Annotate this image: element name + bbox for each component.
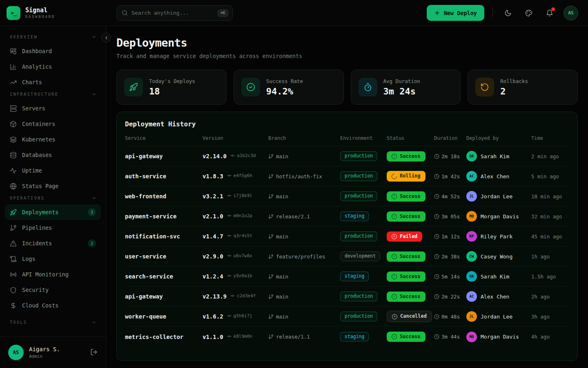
commit-hash: q3r4s5t [234, 233, 252, 238]
section-overview[interactable]: OVERVIEW [0, 33, 106, 41]
git-commit-icon [227, 273, 232, 278]
section-operations[interactable]: OPERATIONS [0, 194, 106, 202]
version-cell: v1.2.4 y9z0a1b [203, 273, 268, 280]
plus-icon [434, 10, 440, 16]
service-name: web-frontend [125, 193, 203, 200]
table-row[interactable]: metrics-collector v1.1.0 k8l9m0n release… [125, 327, 569, 347]
sidebar-item-label: Pipelines [22, 224, 52, 231]
new-deploy-button[interactable]: New Deploy [427, 5, 484, 21]
status-label: Rolling [400, 173, 421, 179]
sidebar-item-uptime[interactable]: Uptime [5, 163, 101, 178]
table-row[interactable]: api-gateway v2.14.0 a1b2c3d main product… [125, 146, 569, 166]
sidebar-item-analytics[interactable]: Analytics [5, 59, 101, 74]
status-badge: Failed [387, 231, 422, 242]
theme-toggle-button[interactable] [501, 6, 515, 20]
git-commit-icon [227, 173, 232, 178]
version: v2.13.9 [203, 293, 227, 300]
deployed-by: MD Morgan Davis [466, 211, 531, 222]
incidents-count-badge: 2 [88, 239, 96, 247]
duration: 5m 14s [434, 274, 466, 280]
sidebar-item-servers[interactable]: Servers [5, 101, 101, 116]
commit: m0n1o2p [227, 213, 252, 218]
clock-icon [434, 174, 439, 179]
moon-icon [504, 9, 512, 17]
status-icon [390, 173, 398, 180]
sidebar-item-charts[interactable]: Charts [5, 74, 101, 90]
chevron-down-icon [91, 320, 97, 325]
sidebar-item-kubernetes[interactable]: Kubernetes [5, 132, 101, 147]
status-badge: Cancelled [387, 311, 432, 322]
appearance-button[interactable] [522, 6, 536, 20]
stat-value: 2 [500, 86, 528, 96]
version: v1.4.7 [203, 233, 223, 240]
table-row[interactable]: worker-queue v1.6.2 g5h6i7j main product… [125, 307, 569, 327]
commit: a1b2c3d [230, 153, 256, 158]
col-time: Time [531, 135, 569, 141]
dashboard-icon [10, 48, 17, 55]
clock-icon [434, 194, 439, 199]
col-branch: Branch [268, 135, 340, 141]
table-row[interactable]: search-service v1.2.4 y9z0a1b main stagi… [125, 267, 569, 287]
duration: 4m 52s [434, 193, 466, 200]
service-name: api-gateway [125, 153, 203, 159]
deployer-avatar: CW [466, 251, 477, 262]
logout-button[interactable] [90, 348, 98, 357]
sidebar-item-incidents[interactable]: Incidents 2 [5, 236, 101, 251]
topbar: >_ Signal DASHBOARD ⌘K New Deploy [0, 0, 588, 26]
status-badge: Success [387, 151, 425, 162]
environment-badge: production [340, 171, 377, 181]
table-row[interactable]: web-frontend v3.2.1 i7j8k9l main product… [125, 186, 569, 206]
table-header: Service Version Branch Environment Statu… [125, 135, 569, 146]
status-icon [392, 234, 397, 239]
table-row[interactable]: api-gateway v2.13.9 c2d3e4f main product… [125, 287, 569, 307]
col-duration: Duration [434, 135, 466, 141]
user-avatar[interactable]: AS [564, 6, 578, 20]
table-row[interactable]: user-service v2.9.0 u6v7w8x feature/prof… [125, 247, 569, 267]
stat-value: 3m 24s [383, 86, 420, 96]
status-label: Success [400, 154, 421, 159]
deployer-name: Alex Chen [481, 173, 509, 180]
section-infrastructure[interactable]: INFRASTRUCTURE [0, 90, 106, 98]
table-row[interactable]: auth-service v1.8.3 e4f5g6h hotfix/auth-… [125, 166, 569, 186]
section-tools[interactable]: TOOLS [0, 318, 106, 326]
deployer-name: Sarah Kim [481, 274, 509, 280]
global-search[interactable]: ⌘K [116, 5, 233, 21]
sidebar-item-databases[interactable]: Databases [5, 147, 101, 163]
sidebar-item-label: Uptime [22, 167, 42, 174]
table-row[interactable]: payment-service v2.1.0 m0n1o2p release/2… [125, 206, 569, 227]
table-body: api-gateway v2.14.0 a1b2c3d main product… [125, 146, 569, 347]
deploy-time: 1h ago [531, 254, 569, 260]
version-cell: v1.1.0 k8l9m0n [203, 334, 268, 340]
rocket-icon [124, 78, 143, 96]
version: v2.14.0 [203, 153, 227, 159]
duration-value: 2m 38s [441, 254, 460, 260]
stat-card-todays-deploys: Today's Deploys 18 [116, 70, 227, 105]
version-cell: v2.1.0 m0n1o2p [203, 213, 268, 220]
sidebar-item-security[interactable]: Security [5, 282, 101, 298]
sidebar-item-containers[interactable]: Containers [5, 116, 101, 132]
status-icon [392, 254, 397, 259]
sidebar-collapse-button[interactable] [101, 33, 111, 43]
git-branch-icon [268, 154, 274, 159]
status-icon [392, 274, 397, 279]
status-label: Success [400, 334, 421, 339]
sidebar-item-dashboard[interactable]: Dashboard [5, 43, 101, 59]
sidebar-item-logs[interactable]: Logs [5, 251, 101, 267]
dollar-icon [10, 302, 17, 309]
sidebar-item-status-page[interactable]: Status Page [5, 178, 101, 194]
deployed-by: SK Sarah Kim [466, 151, 531, 162]
sidebar-item-api-monitoring[interactable]: API Monitoring [5, 267, 101, 282]
stat-card-rollbacks: Rollbacks 2 [468, 70, 578, 105]
sidebar-item-label: Kubernetes [22, 136, 55, 143]
sidebar-item-pipelines[interactable]: Pipelines [5, 220, 101, 236]
clock-icon [434, 154, 439, 159]
sidebar-item-cloud-costs[interactable]: Cloud Costs [5, 298, 101, 313]
notifications-button[interactable] [543, 6, 557, 20]
search-input[interactable] [131, 10, 214, 16]
table-row[interactable]: notification-svc v1.4.7 q3r4s5t main pro… [125, 227, 569, 247]
version: v1.6.2 [203, 313, 223, 320]
sidebar-item-deployments[interactable]: Deployments 3 [5, 204, 101, 220]
git-commit-icon [227, 253, 232, 258]
duration: 1m 12s [434, 233, 466, 240]
version-cell: v1.6.2 g5h6i7j [203, 313, 268, 320]
